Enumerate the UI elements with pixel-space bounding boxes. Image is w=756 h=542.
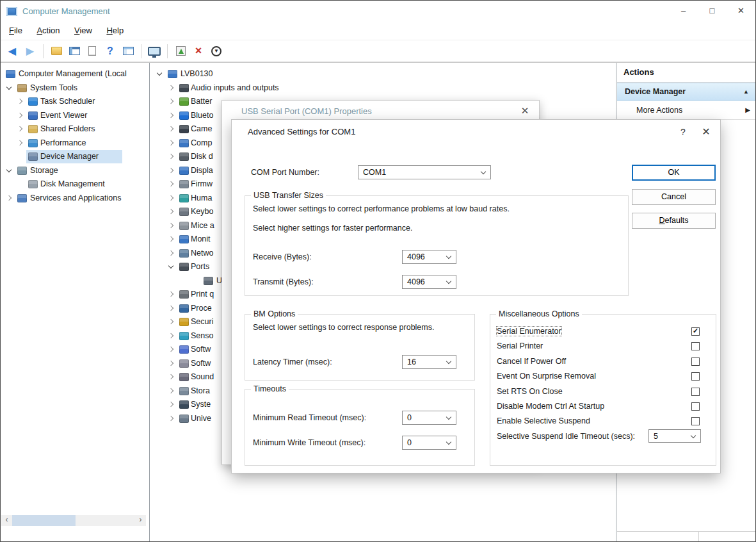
chevron-right-icon[interactable] [168, 360, 173, 365]
monitor-icon[interactable] [147, 43, 162, 60]
latency-timer-select[interactable]: 16 [402, 355, 456, 369]
tree-item-label: Batter [191, 97, 212, 106]
checkbox[interactable] [691, 388, 700, 396]
checkbox[interactable] [691, 342, 700, 350]
chevron-right-icon[interactable] [17, 99, 22, 104]
ok-button[interactable]: OK [632, 165, 716, 181]
window-panes-icon[interactable] [67, 43, 82, 60]
title-bar: Computer Management – □ ✕ [1, 1, 755, 22]
chevron-right-icon[interactable] [168, 374, 173, 379]
chevron-right-icon[interactable] [168, 195, 173, 200]
chevron-right-icon[interactable] [168, 167, 173, 172]
chevron-right-icon[interactable] [168, 181, 173, 186]
defaults-button[interactable]: Defaults [632, 213, 716, 229]
chevron-right-icon[interactable] [168, 140, 173, 145]
chevron-right-icon[interactable] [168, 402, 173, 407]
chevron-right-icon[interactable] [168, 85, 173, 90]
close-icon[interactable]: ✕ [696, 125, 716, 139]
maximize-button[interactable]: □ [698, 1, 727, 22]
chevron-right-icon[interactable] [17, 112, 22, 117]
chevron-right-icon[interactable] [168, 236, 173, 242]
checkbox[interactable] [691, 402, 700, 411]
close-button[interactable]: ✕ [727, 1, 755, 22]
read-timeout-select[interactable]: 0 [402, 411, 456, 425]
close-icon[interactable]: ✕ [515, 104, 535, 118]
console-window-icon[interactable] [120, 43, 136, 60]
chevron-right-icon[interactable] [168, 154, 173, 159]
chevron-right-icon[interactable] [168, 319, 173, 324]
tree-row[interactable]: Task Scheduler [1, 95, 149, 108]
chevron-down-icon[interactable] [157, 70, 162, 76]
chevron-right-icon[interactable] [168, 112, 173, 117]
menu-file[interactable]: File [3, 22, 28, 38]
receive-bytes-select[interactable]: 4096 [402, 250, 456, 264]
chevron-right-icon[interactable] [168, 292, 173, 297]
transmit-bytes-select[interactable]: 4096 [402, 275, 456, 289]
tree-row[interactable]: Services and Applications [1, 192, 149, 205]
disable-device-icon[interactable]: ▼ [209, 43, 224, 60]
checkbox[interactable] [691, 327, 700, 336]
checkbox[interactable] [691, 357, 700, 366]
chevron-right-icon[interactable] [168, 209, 173, 214]
chevron-right-icon[interactable] [6, 195, 12, 200]
chevron-right-icon[interactable] [168, 388, 173, 393]
checkbox-label: Enable Selective Suspend [497, 416, 590, 425]
tree-item-label: Huma [191, 193, 212, 202]
chevron-right-icon[interactable] [168, 250, 173, 255]
chevron-right-icon[interactable] [168, 99, 173, 104]
idle-timeout-select[interactable]: 5 [648, 429, 701, 443]
tree-row[interactable]: Audio inputs and outputs [150, 81, 616, 95]
usb-transfer-sizes-group: USB Transfer Sizes Select lower settings… [245, 195, 629, 296]
checkbox[interactable] [691, 417, 700, 425]
tree-row[interactable]: LVB0130 [150, 67, 616, 81]
collapse-icon[interactable]: ▲ [743, 88, 749, 95]
chevron-down-icon[interactable] [6, 167, 12, 172]
horizontal-scrollbar[interactable]: ‹ › [1, 515, 146, 526]
actions-device-manager-group[interactable]: Device Manager ▲ [617, 83, 756, 101]
back-icon[interactable]: ◀ [4, 43, 20, 60]
chevron-right-icon[interactable] [17, 140, 22, 145]
more-actions-item[interactable]: More Actions ▶ [617, 101, 756, 120]
com-port-select[interactable]: COM1 [358, 165, 491, 179]
tree-row[interactable]: Event Viewer [1, 109, 149, 122]
chevron-down-icon[interactable] [6, 84, 12, 89]
write-timeout-select[interactable]: 0 [402, 436, 456, 450]
properties-icon[interactable] [84, 43, 100, 60]
receive-bytes-label: Receive (Bytes): [253, 252, 312, 261]
menu-help[interactable]: Help [101, 22, 129, 38]
chevron-right-icon[interactable] [17, 126, 22, 131]
forward-icon[interactable]: ▶ [22, 43, 38, 60]
chevron-right-icon[interactable] [168, 347, 173, 352]
chevron-down-icon[interactable] [168, 263, 173, 268]
tree-row[interactable]: System Tools [1, 81, 149, 95]
chevron-right-icon[interactable] [168, 305, 173, 310]
chevron-down-icon [446, 279, 451, 284]
tree-row[interactable]: Shared Folders [1, 122, 149, 136]
chevron-right-icon[interactable] [168, 126, 173, 131]
uninstall-device-icon[interactable]: × [191, 43, 206, 60]
chevron-right-icon[interactable] [168, 415, 173, 420]
tree-row[interactable]: Storage [1, 164, 149, 177]
update-driver-icon[interactable] [173, 43, 188, 60]
scrollbar-thumb[interactable] [12, 515, 76, 526]
menu-action[interactable]: Action [31, 22, 65, 38]
tree-row[interactable]: Computer Management (Local [1, 67, 149, 81]
checkbox[interactable] [691, 372, 700, 381]
dialog-title: Advanced Settings for COM1 [248, 127, 355, 136]
green-arrow-icon [179, 49, 184, 54]
tree-row[interactable]: Disk Management [1, 177, 149, 191]
scroll-right-button[interactable]: › [135, 515, 146, 526]
tree-row[interactable]: Device Manager [1, 150, 149, 163]
tree-item-label: Stora [191, 386, 210, 395]
minimize-button[interactable]: – [669, 1, 698, 22]
scroll-left-button[interactable]: ‹ [1, 515, 12, 526]
tree-row[interactable]: Performance [1, 136, 149, 150]
menu-view[interactable]: View [68, 22, 98, 38]
show-console-tree-icon[interactable] [49, 43, 64, 60]
chevron-right-icon[interactable] [168, 222, 173, 227]
chevron-right-icon[interactable] [168, 333, 173, 338]
cancel-button[interactable]: Cancel [632, 189, 716, 205]
help-icon[interactable]: ? [102, 43, 118, 60]
screen-icon [148, 47, 161, 56]
help-icon[interactable]: ? [673, 125, 693, 139]
